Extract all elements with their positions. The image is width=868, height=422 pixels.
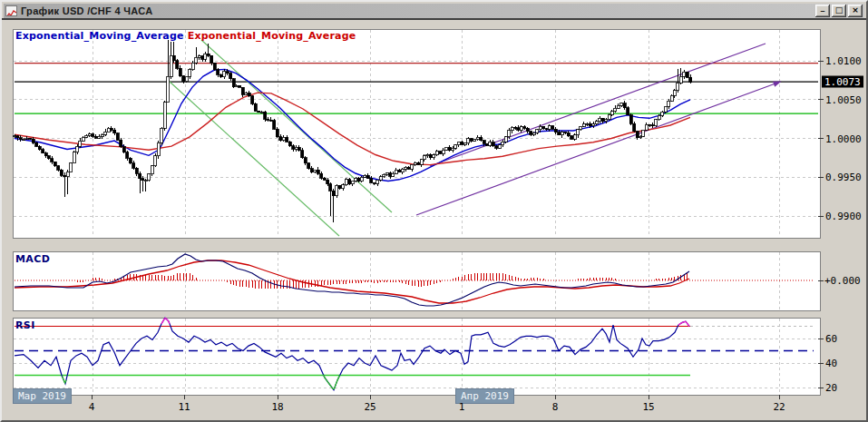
date-axis-label: 22 <box>773 401 785 413</box>
price-axis-label: 0.9900 <box>825 211 862 222</box>
rsi-label: RSI <box>15 319 35 331</box>
maximize-icon: □ <box>835 6 844 15</box>
date-axis-label: 8 <box>552 401 559 413</box>
macd-zero-axis-label: +0.000 <box>824 275 861 287</box>
price-axis-label: 1.0100 <box>825 55 862 67</box>
macd-label: MACD <box>15 253 50 265</box>
legend-ema-slow[interactable]: Exponential_Moving_Average <box>188 30 356 42</box>
titlebar[interactable]: График USD /CHF 4 ЧАСА _ □ × <box>4 4 864 18</box>
date-axis-label: 4 <box>89 401 95 413</box>
chart-client-area: Exponential_Moving_Average Exponential_M… <box>4 20 864 418</box>
close-button[interactable]: × <box>848 5 863 17</box>
rsi-axis-label: 40 <box>825 358 837 369</box>
price-axis-label: 0.9950 <box>825 172 862 183</box>
legend-ema-fast[interactable]: Exponential_Moving_Average <box>15 30 184 42</box>
window-controls: _ □ × <box>815 5 863 17</box>
date-axis-label: 11 <box>178 401 190 413</box>
date-axis-label: 25 <box>364 401 375 413</box>
chart-canvas[interactable] <box>4 20 868 422</box>
window-title: График USD /CHF 4 ЧАСА <box>21 5 815 18</box>
date-axis-label: 18 <box>271 401 283 413</box>
rsi-axis-label: 60 <box>825 333 837 345</box>
ema-legend: Exponential_Moving_Average Exponential_M… <box>15 30 356 42</box>
rsi-axis-label: 20 <box>825 382 837 394</box>
minimize-button[interactable]: _ <box>815 5 830 17</box>
close-icon: × <box>852 6 859 15</box>
date-axis-label: 15 <box>642 401 654 413</box>
price-axis-label: 1.0050 <box>825 93 862 105</box>
chart-window: График USD /CHF 4 ЧАСА _ □ × Exponential… <box>0 0 868 422</box>
maximize-button[interactable]: □ <box>832 5 846 17</box>
panel-frames <box>13 29 820 395</box>
minimize-icon: _ <box>821 4 825 12</box>
current-price-box: 1.0073 <box>822 76 863 88</box>
month-label-march[interactable]: Мар 2019 <box>13 388 72 404</box>
price-axis-label: 1.0000 <box>825 132 862 144</box>
date-axis-label: 1 <box>459 401 465 413</box>
chart-icon <box>5 5 17 16</box>
